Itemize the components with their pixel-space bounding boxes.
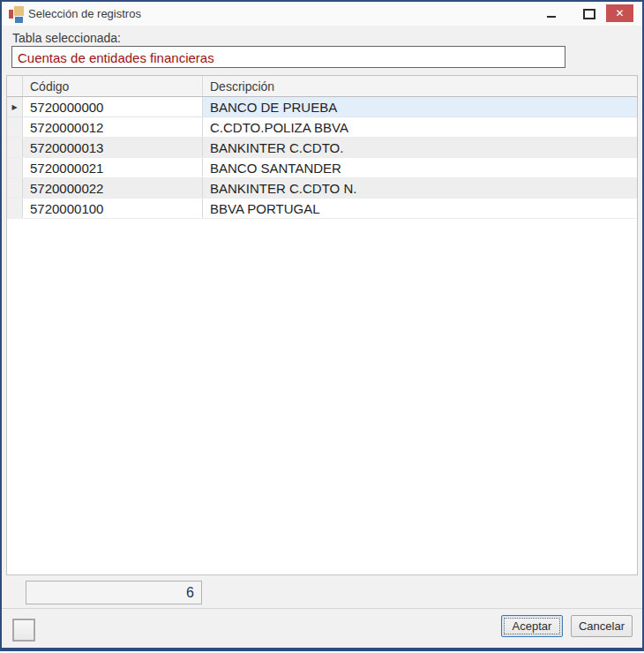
- row-indicator-cell: [7, 199, 23, 218]
- grid-row[interactable]: 5720000021 BANCO SANTANDER: [7, 158, 637, 178]
- accept-button-label: Aceptar: [513, 619, 552, 633]
- cell-descripcion[interactable]: BBVA PORTUGAL: [203, 199, 637, 218]
- count-panel: 6: [2, 575, 642, 608]
- row-indicator-icon: ▶: [11, 103, 17, 111]
- grid-header-row: Código Descripción: [7, 76, 637, 97]
- minimize-icon: [547, 16, 556, 18]
- cell-codigo[interactable]: 5720000013: [23, 138, 203, 157]
- cancel-button-label: Cancelar: [579, 619, 625, 633]
- row-indicator-header: [7, 76, 23, 96]
- cell-descripcion[interactable]: BANCO SANTANDER: [203, 158, 637, 177]
- cell-descripcion[interactable]: BANKINTER C.CDTO N.: [203, 178, 637, 198]
- app-icon-red-square: [9, 10, 13, 19]
- misc-small-button[interactable]: [12, 619, 35, 642]
- row-indicator-cell: [7, 138, 23, 157]
- cell-descripcion[interactable]: C.CDTO.POLIZA BBVA: [203, 117, 637, 137]
- cell-codigo[interactable]: 5720000022: [23, 178, 203, 198]
- close-button[interactable]: ✕: [606, 4, 633, 22]
- grid-row[interactable]: 5720000013 BANKINTER C.CDTO.: [7, 138, 637, 158]
- column-header-codigo[interactable]: Código: [23, 76, 203, 96]
- row-indicator-cell: [7, 158, 23, 177]
- maximize-button[interactable]: [575, 2, 602, 26]
- grid-row[interactable]: 5720000022 BANKINTER C.CDTO N.: [7, 178, 637, 199]
- app-icon: [9, 6, 25, 22]
- close-icon: ✕: [615, 7, 624, 19]
- cancel-button[interactable]: Cancelar: [571, 615, 633, 637]
- button-panel: Aceptar Cancelar: [2, 608, 642, 648]
- selected-table-input[interactable]: [11, 46, 565, 68]
- row-indicator-cell: [7, 178, 23, 198]
- grid-row[interactable]: 5720000100 BBVA PORTUGAL: [7, 199, 637, 219]
- selected-table-label: Tabla seleccionada:: [12, 31, 121, 45]
- app-icon-blue-square: [15, 17, 23, 23]
- grid-row[interactable]: ▶ 5720000000 BANCO DE PRUEBA: [7, 97, 637, 117]
- cell-codigo[interactable]: 5720000021: [23, 158, 203, 177]
- minimize-button[interactable]: [538, 2, 565, 26]
- title-bar[interactable]: Selección de registros ✕: [2, 2, 642, 26]
- grid-body: ▶ 5720000000 BANCO DE PRUEBA 5720000012 …: [7, 97, 637, 219]
- grid-row[interactable]: 5720000012 C.CDTO.POLIZA BBVA: [7, 117, 637, 138]
- window-title: Selección de registros: [28, 7, 141, 20]
- cell-descripcion[interactable]: BANKINTER C.CDTO.: [203, 138, 637, 157]
- record-count-field[interactable]: 6: [26, 581, 202, 604]
- cell-descripcion[interactable]: BANCO DE PRUEBA: [203, 97, 637, 116]
- dialog-window: Selección de registros ✕ Tabla seleccion…: [0, 0, 644, 651]
- accept-button[interactable]: Aceptar: [501, 615, 563, 637]
- cell-codigo[interactable]: 5720000012: [23, 117, 203, 137]
- row-indicator-cell: [7, 117, 23, 137]
- cell-codigo[interactable]: 5720000100: [23, 199, 203, 218]
- maximize-icon: [583, 9, 595, 19]
- app-icon-tan-square: [14, 6, 24, 16]
- column-header-descripcion[interactable]: Descripción: [203, 76, 637, 96]
- cell-codigo[interactable]: 5720000000: [23, 97, 203, 116]
- row-indicator-cell: ▶: [7, 97, 23, 116]
- records-grid[interactable]: Código Descripción ▶ 5720000000 BANCO DE…: [6, 75, 638, 575]
